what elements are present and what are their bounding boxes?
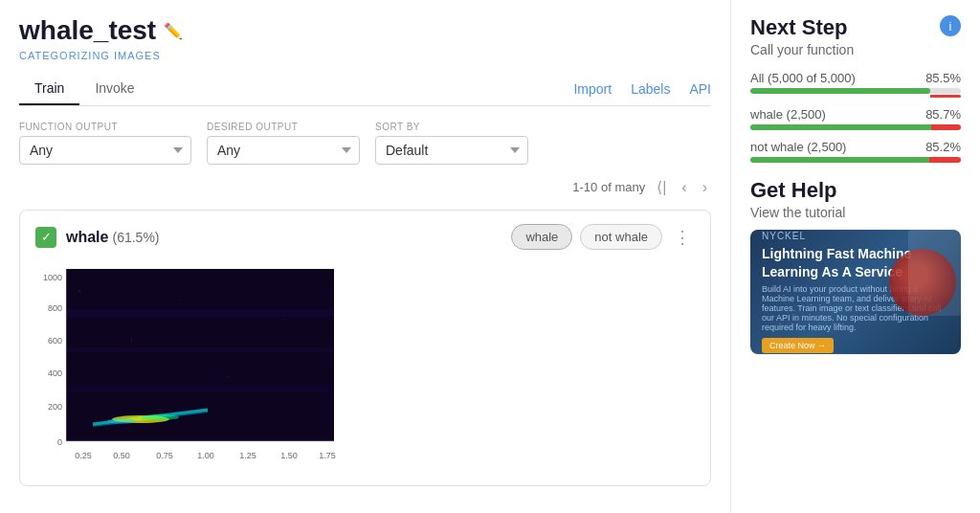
info-badge[interactable]: i xyxy=(940,15,961,36)
tabs-nav: Train Invoke Import Labels API xyxy=(19,73,711,106)
item-confidence: (61.5%) xyxy=(112,230,159,245)
desired-output-label: DESIRED OUTPUT xyxy=(207,122,360,132)
svg-rect-8 xyxy=(66,309,334,317)
more-options-button[interactable]: ⋮ xyxy=(670,227,695,248)
progress-pct-whale: 85.7% xyxy=(925,107,961,122)
svg-text:1000: 1000 xyxy=(43,273,62,282)
tab-train[interactable]: Train xyxy=(19,73,79,105)
svg-text:600: 600 xyxy=(48,336,62,346)
svg-text:1.50: 1.50 xyxy=(280,451,298,460)
progress-pct-all: 85.5% xyxy=(925,71,961,85)
svg-rect-20 xyxy=(179,300,181,301)
get-help-subtitle: View the tutorial xyxy=(750,205,961,220)
desired-output-select[interactable]: Any whale not whale xyxy=(207,136,360,165)
item-header: ✓ whale (61.5%) whale not whale ⋮ xyxy=(35,224,695,250)
progress-label-not-whale: not whale (2,500) xyxy=(750,140,846,154)
svg-text:800: 800 xyxy=(48,303,62,313)
project-subtitle: CATEGORIZING IMAGES xyxy=(19,50,711,61)
nav-api[interactable]: API xyxy=(689,81,711,97)
function-output-select[interactable]: Any whale not whale xyxy=(19,136,191,165)
progress-section: All (5,000 of 5,000) 85.5% whale (2,500)… xyxy=(750,71,961,163)
svg-text:0: 0 xyxy=(57,437,62,447)
tab-invoke[interactable]: Invoke xyxy=(79,73,149,105)
sort-by-label: SORT BY xyxy=(375,122,528,132)
label-not-whale-button[interactable]: not whale xyxy=(580,224,662,250)
svg-text:1.00: 1.00 xyxy=(197,451,214,460)
filter-function-output: FUNCTION OUTPUT Any whale not whale xyxy=(19,122,191,165)
pagination-text: 1-10 of many xyxy=(572,180,645,194)
get-help: Get Help View the tutorial Nyckel Lightn… xyxy=(750,178,961,354)
next-step-subtitle: Call your function xyxy=(750,42,961,57)
pagination: 1-10 of many ⟨| ‹ › xyxy=(19,176,711,198)
svg-text:400: 400 xyxy=(48,368,62,378)
edit-icon[interactable]: ✏️ xyxy=(164,22,183,40)
filters: FUNCTION OUTPUT Any whale not whale DESI… xyxy=(19,122,711,165)
next-step-title: Next Step xyxy=(750,15,847,40)
page-first-button[interactable]: ⟨| xyxy=(653,176,670,198)
page-prev-button[interactable]: ‹ xyxy=(678,177,690,198)
svg-rect-16 xyxy=(78,290,80,292)
next-step-header: Next Step i xyxy=(750,15,961,40)
progress-bar-whale xyxy=(750,124,961,130)
svg-rect-17 xyxy=(131,338,132,341)
nav-links: Import Labels API xyxy=(573,81,711,97)
tabs-container: Train Invoke xyxy=(19,73,573,105)
function-output-label: FUNCTION OUTPUT xyxy=(19,122,191,132)
svg-rect-9 xyxy=(66,347,334,352)
tutorial-cta-button[interactable]: Create Now → xyxy=(762,338,834,353)
sidebar: Next Step i Call your function All (5,00… xyxy=(731,0,980,513)
svg-rect-18 xyxy=(227,376,229,378)
spectrogram-chart: 1000 800 600 400 200 0 xyxy=(35,261,342,472)
progress-item-whale: whale (2,500) 85.7% xyxy=(750,107,961,130)
progress-bar-not-whale xyxy=(750,157,961,163)
filter-sort-by: SORT BY Default Confidence Date xyxy=(375,122,528,165)
get-help-title: Get Help xyxy=(750,178,961,203)
svg-text:0.75: 0.75 xyxy=(156,451,173,460)
filter-desired-output: DESIRED OUTPUT Any whale not whale xyxy=(207,122,360,165)
nav-labels[interactable]: Labels xyxy=(631,81,670,97)
progress-item-not-whale: not whale (2,500) 85.2% xyxy=(750,140,961,163)
check-badge: ✓ xyxy=(35,227,56,248)
svg-rect-10 xyxy=(66,386,334,391)
svg-text:0.50: 0.50 xyxy=(113,451,130,460)
page-next-button[interactable]: › xyxy=(699,177,711,198)
progress-label-all: All (5,000 of 5,000) xyxy=(750,71,856,85)
progress-pct-not-whale: 85.2% xyxy=(925,140,961,154)
progress-item-all: All (5,000 of 5,000) 85.5% xyxy=(750,71,961,98)
svg-text:0.25: 0.25 xyxy=(75,451,92,460)
svg-rect-7 xyxy=(66,269,334,441)
tutorial-image-overlay xyxy=(880,230,961,354)
progress-bar-all xyxy=(750,88,961,94)
svg-point-14 xyxy=(141,414,179,420)
progress-label-whale: whale (2,500) xyxy=(750,107,826,122)
item-actions: whale not whale ⋮ xyxy=(511,224,695,250)
nav-import[interactable]: Import xyxy=(573,81,612,97)
item-card: ✓ whale (61.5%) whale not whale ⋮ 1000 8… xyxy=(19,210,711,486)
svg-rect-19 xyxy=(284,319,285,321)
svg-text:1.25: 1.25 xyxy=(239,451,256,460)
item-label: whale xyxy=(66,229,108,246)
spectrogram-svg: 1000 800 600 400 200 0 xyxy=(35,261,342,472)
svg-point-15 xyxy=(107,418,136,424)
label-whale-button[interactable]: whale xyxy=(511,224,572,250)
project-title: whale_test xyxy=(19,15,156,46)
tutorial-preview[interactable]: Nyckel Lightning Fast Machine Learning A… xyxy=(750,230,961,354)
sort-by-select[interactable]: Default Confidence Date xyxy=(375,136,528,165)
svg-text:200: 200 xyxy=(48,402,62,412)
svg-text:1.75: 1.75 xyxy=(319,451,336,460)
